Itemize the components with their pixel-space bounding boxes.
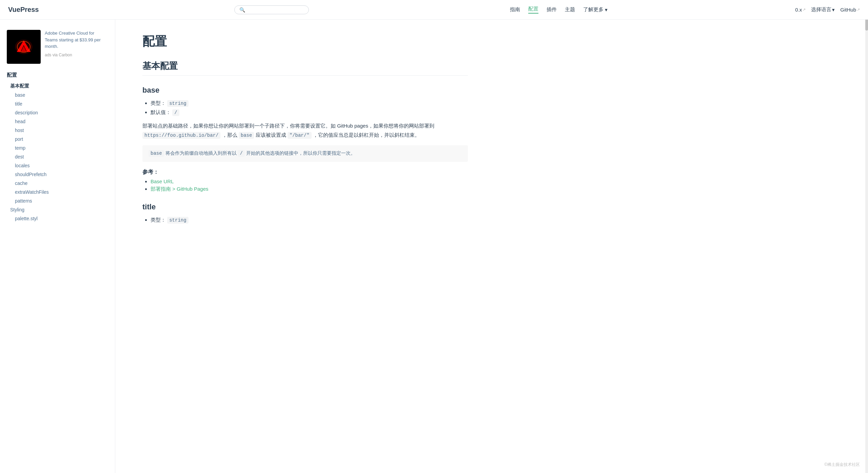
nav-plugins[interactable]: 插件 [547, 6, 557, 13]
search-icon: 🔍 [239, 7, 245, 13]
base-note: base 将会作为前缀自动地插入到所有以 / 开始的其他选项的链接中，所以你只需… [142, 145, 468, 162]
base-desc-text1: 部署站点的基础路径，如果你想让你的网站部署到一个子路径下，你将需要设置它。如 G… [142, 123, 434, 129]
page-title: 配置 [142, 33, 468, 50]
search-box: 🔍 [234, 5, 309, 14]
title-type-value: string [167, 217, 188, 224]
nav-config[interactable]: 配置 [528, 6, 538, 14]
sidebar-group-title: 基本配置 [0, 81, 115, 91]
sidebar-item-dest[interactable]: dest [0, 152, 115, 161]
base-props-list: 类型： string 默认值： / [142, 100, 468, 116]
refs-title: 参考： [142, 169, 468, 176]
ref-link-baseurl[interactable]: Base URL [151, 178, 174, 184]
ad-text-block: Adobe Creative Cloud for Teams starting … [45, 30, 108, 57]
adobe-logo-icon [12, 35, 35, 58]
ad-text: Adobe Creative Cloud for Teams starting … [45, 30, 108, 50]
nav-right: 0.x ↗ 选择语言 ▾ GitHub ↗ [795, 6, 860, 13]
ref-item-baseurl: Base URL [151, 178, 468, 185]
scrollbar[interactable] [865, 0, 868, 249]
sidebar-item-extrawatchfiles[interactable]: extraWatchFiles [0, 188, 115, 196]
nav-learnmore[interactable]: 了解更多 ▾ [583, 6, 608, 13]
ad-image [7, 30, 41, 64]
nav-github[interactable]: GitHub ↗ [840, 7, 860, 13]
nav-theme[interactable]: 主题 [565, 6, 575, 13]
sidebar-item-port[interactable]: port [0, 135, 115, 144]
sidebar: Adobe Creative Cloud for Teams starting … [0, 20, 115, 249]
refs-list: Base URL 部署指南 > GitHub Pages [142, 178, 468, 192]
ad-block: Adobe Creative Cloud for Teams starting … [0, 26, 115, 69]
sidebar-item-locales[interactable]: locales [0, 161, 115, 170]
note-slash: / [238, 150, 244, 157]
base-description: 部署站点的基础路径，如果你想让你的网站部署到一个子路径下，你将需要设置它。如 G… [142, 121, 468, 140]
config-title-title: title [142, 203, 468, 211]
search-input-wrap[interactable]: 🔍 [234, 5, 309, 14]
title-props-list: 类型： string [142, 217, 468, 223]
sidebar-item-cache[interactable]: cache [0, 179, 115, 188]
base-type-value: string [167, 100, 188, 107]
sidebar-item-palettestyl[interactable]: palette.styl [0, 214, 115, 223]
section-title-basic-config: 基本配置 [142, 60, 468, 76]
base-type-item: 类型： string [151, 100, 468, 107]
external-link-icon: ↗ [857, 7, 860, 12]
note-code: base [149, 150, 164, 157]
base-desc-code2: base [239, 132, 254, 139]
config-title-base: base [142, 86, 468, 95]
external-icon: ↗ [803, 7, 806, 12]
ref-item-githubpages: 部署指南 > GitHub Pages [151, 186, 468, 192]
header: VuePress 🔍 指南 配置 插件 主题 了解更多 ▾ 0.x ↗ 选择语言… [0, 0, 868, 20]
base-desc-text2: ，那么 [222, 132, 237, 138]
sidebar-item-description[interactable]: description [0, 108, 115, 117]
base-default-item: 默认值： / [151, 109, 468, 116]
base-default-label: 默认值： [151, 109, 171, 115]
sidebar-item-shouldprefetch[interactable]: shouldPrefetch [0, 170, 115, 179]
layout: Adobe Creative Cloud for Teams starting … [0, 20, 868, 249]
ad-via: ads via Carbon [45, 53, 108, 57]
sidebar-item-title[interactable]: title [0, 99, 115, 108]
nav-guide[interactable]: 指南 [510, 6, 520, 13]
chevron-down-icon: ▾ [605, 7, 608, 13]
sidebar-item-head[interactable]: head [0, 117, 115, 126]
title-type-label: 类型： [151, 217, 166, 223]
base-default-value: / [172, 109, 179, 116]
title-type-item: 类型： string [151, 217, 468, 223]
base-desc-code3: "/bar/" [288, 132, 312, 139]
main-nav: 指南 配置 插件 主题 了解更多 ▾ [510, 6, 608, 14]
main-content: 配置 基本配置 base 类型： string 默认值： / 部署站点的基础路径… [115, 20, 488, 249]
chevron-down-icon-lang: ▾ [832, 7, 835, 13]
nav-version[interactable]: 0.x ↗ [795, 7, 806, 13]
ref-link-githubpages[interactable]: 部署指南 > GitHub Pages [151, 186, 208, 192]
sidebar-item-base[interactable]: base [0, 91, 115, 99]
sidebar-item-temp[interactable]: temp [0, 144, 115, 152]
nav-language[interactable]: 选择语言 ▾ [811, 6, 835, 13]
base-desc-text3: 应该被设置成 [256, 132, 286, 138]
search-input[interactable] [247, 7, 305, 13]
sidebar-item-styling[interactable]: Styling [0, 205, 115, 214]
sidebar-section-title: 配置 [0, 69, 115, 81]
note-text2: 开始的其他选项的链接中，所以你只需要指定一次。 [246, 150, 355, 156]
base-desc-text4: ，它的值应当总是以斜杠开始，并以斜杠结束。 [313, 132, 420, 138]
sidebar-item-host[interactable]: host [0, 126, 115, 135]
base-type-label: 类型： [151, 100, 166, 106]
logo[interactable]: VuePress [8, 6, 39, 14]
sidebar-item-patterns[interactable]: patterns [0, 196, 115, 205]
base-desc-code1: https://foo.github.io/bar/ [142, 132, 220, 139]
note-text1: 将会作为前缀自动地插入到所有以 [165, 150, 237, 156]
